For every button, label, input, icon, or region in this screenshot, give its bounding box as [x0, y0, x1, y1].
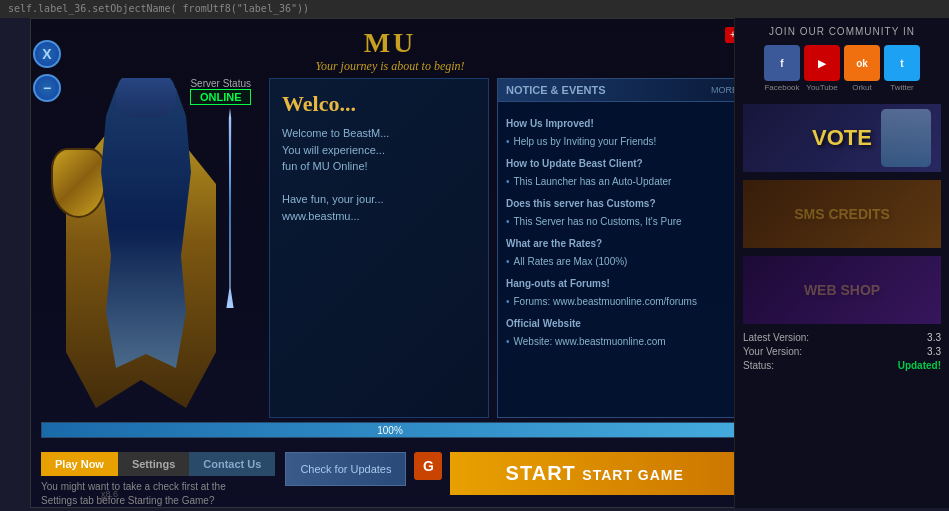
- info-text: You might want to take a check first at …: [41, 476, 241, 511]
- main-content-area: Server Status ONLINE Welco... Welcome to…: [31, 78, 749, 418]
- latest-version-row: Latest Version: 3.3: [743, 332, 941, 343]
- social-orkut-col: ok Orkut: [844, 45, 880, 92]
- tab-contact-us[interactable]: Contact Us: [189, 452, 275, 476]
- progress-label: 100%: [42, 423, 738, 439]
- start-label-start: START: [506, 462, 583, 484]
- notice-header: NOTICE & EVENTS MORE: [498, 79, 746, 102]
- tab-play-now[interactable]: Play Now: [41, 452, 118, 476]
- welcome-title: Welco...: [282, 91, 476, 117]
- launcher-window: MU Your journey is about to begin! + Ser…: [30, 18, 750, 508]
- char-weapon: [224, 108, 236, 308]
- notice-body[interactable]: How Us Improved! Help us by Inviting you…: [498, 102, 746, 362]
- notice-section-4: What are the Rates?: [506, 236, 738, 252]
- notice-section-1: How Us Improved!: [506, 116, 738, 132]
- facebook-label: Facebook: [764, 83, 799, 92]
- social-icons-row: f Facebook ▶ YouTube ok Orkut t Twitter: [743, 45, 941, 92]
- orkut-icon[interactable]: ok: [844, 45, 880, 81]
- version-info: Latest Version: 3.3 Your Version: 3.3 St…: [743, 332, 941, 371]
- youtube-label: YouTube: [806, 83, 837, 92]
- tabs-row: Play Now Settings Contact Us: [41, 452, 275, 476]
- social-youtube-col: ▶ YouTube: [804, 45, 840, 92]
- social-facebook-col: f Facebook: [764, 45, 800, 92]
- welcome-panel: Welco... Welcome to BeastM... You will e…: [269, 78, 489, 418]
- youtube-icon[interactable]: ▶: [804, 45, 840, 81]
- status-value: Updated!: [898, 360, 941, 371]
- progress-area: 100%: [31, 418, 749, 448]
- tab-settings[interactable]: Settings: [118, 452, 189, 476]
- bottom-controls: Play Now Settings Contact Us You might w…: [31, 448, 749, 511]
- community-title: JOIN OUR COMMUNITY IN: [743, 26, 941, 37]
- progress-bar-outer: 100%: [41, 422, 739, 438]
- welcome-text: Welcome to BeastM... You will experience…: [282, 125, 476, 224]
- notice-section-5: Hang-outs at Forums!: [506, 276, 738, 292]
- notice-item-4: All Rates are Max (100%): [506, 254, 738, 270]
- status-row: Status: Updated!: [743, 360, 941, 371]
- your-version-label: Your Version:: [743, 346, 802, 357]
- orkut-label: Orkut: [852, 83, 872, 92]
- title-bar: MU Your journey is about to begin! +: [31, 19, 749, 78]
- facebook-icon[interactable]: f: [764, 45, 800, 81]
- character-panel: Server Status ONLINE: [41, 78, 261, 418]
- notice-panel: NOTICE & EVENTS MORE How Us Improved! He…: [497, 78, 747, 418]
- minimize-button[interactable]: −: [33, 74, 61, 102]
- game-subtitle: Your journey is about to begin!: [31, 59, 749, 74]
- status-label: Status:: [743, 360, 774, 371]
- twitter-label: Twitter: [890, 83, 914, 92]
- your-version-row: Your Version: 3.3: [743, 346, 941, 357]
- latest-version-label: Latest Version:: [743, 332, 809, 343]
- notice-section-2: How to Update Beast Client?: [506, 156, 738, 172]
- char-head: [116, 78, 176, 118]
- game-logo: MU: [31, 27, 749, 59]
- notice-item-6: Website: www.beastmuonline.com: [506, 334, 738, 350]
- tabs-area: Play Now Settings Contact Us You might w…: [41, 452, 275, 511]
- social-twitter-col: t Twitter: [884, 45, 920, 92]
- twitter-icon[interactable]: t: [884, 45, 920, 81]
- notice-section-6: Official Website: [506, 316, 738, 332]
- notice-item-3: This Server has no Customs, It's Pure: [506, 214, 738, 230]
- notice-item-2: This Launcher has an Auto-Updater: [506, 174, 738, 190]
- notice-item-5: Forums: www.beastmuonline.com/forums: [506, 294, 738, 310]
- window-controls: X −: [33, 40, 61, 102]
- char-body: [96, 88, 196, 368]
- right-sidebar: JOIN OUR COMMUNITY IN f Facebook ▶ YouTu…: [734, 18, 949, 508]
- vote-banner[interactable]: VOTE: [743, 104, 941, 172]
- check-updates-button[interactable]: Check for Updates: [285, 452, 406, 486]
- vote-banner-text: VOTE: [812, 125, 872, 151]
- g-icon: G: [414, 452, 442, 480]
- close-button[interactable]: X: [33, 40, 61, 68]
- sms-credits-banner[interactable]: SMS CREDITS: [743, 180, 941, 248]
- start-label-game: START GAME: [582, 467, 684, 483]
- start-game-button[interactable]: START START GAME: [450, 452, 739, 495]
- latest-version-value: 3.3: [927, 332, 941, 343]
- code-line: self.label_36.setObjectName( fromUtf8("l…: [0, 0, 949, 18]
- character-artwork: [46, 78, 246, 418]
- char-shield: [51, 148, 106, 218]
- notice-item-1: Help us by Inviting your Friends!: [506, 134, 738, 150]
- your-version-value: 3.3: [927, 346, 941, 357]
- notice-section-3: Does this server has Customs?: [506, 196, 738, 212]
- p-display: P:: [101, 495, 110, 505]
- notice-title: NOTICE & EVENTS: [506, 84, 606, 96]
- web-shop-banner[interactable]: WEB SHOP: [743, 256, 941, 324]
